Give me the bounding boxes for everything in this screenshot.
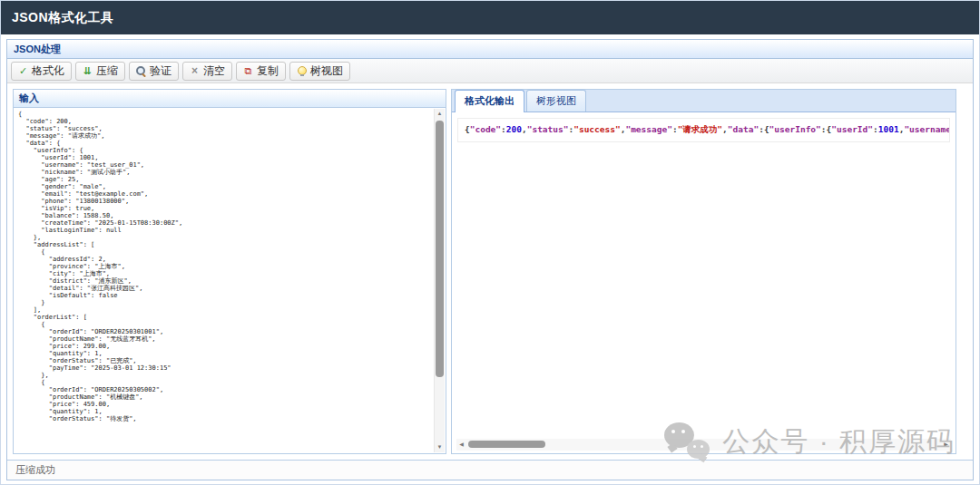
- treeview-button[interactable]: 树视图: [289, 62, 350, 81]
- input-panel-title: 输入: [19, 92, 39, 105]
- tab-tree-view[interactable]: 树形视图: [526, 90, 586, 112]
- json-processor-panel: JSON处理 ✓ 格式化 ⇊ 压缩 验证 × 清空 ⧉ 复制: [6, 39, 974, 480]
- processor-panel-header: JSON处理: [7, 40, 973, 59]
- output-horizontal-scrollbar[interactable]: ◀ ▶: [456, 439, 951, 451]
- magnifier-icon: [136, 66, 146, 76]
- format-button[interactable]: ✓ 格式化: [11, 62, 72, 81]
- output-panel-body: {"code":200,"status":"success","message"…: [452, 112, 956, 453]
- validate-button[interactable]: 验证: [129, 62, 179, 81]
- copy-button-label: 复制: [257, 63, 279, 79]
- scroll-right-icon[interactable]: ▶: [941, 439, 951, 451]
- input-vertical-scrollbar[interactable]: ▲ ▼: [434, 109, 445, 452]
- scroll-up-icon[interactable]: ▲: [435, 109, 445, 119]
- tab-formatted-output[interactable]: 格式化输出: [455, 90, 524, 112]
- input-panel-body: ▲ ▼: [14, 108, 446, 453]
- copy-button[interactable]: ⧉ 复制: [236, 62, 286, 81]
- compress-icon: ⇊: [83, 66, 93, 76]
- app-title: JSON格式化工具: [12, 10, 114, 26]
- page: JSON格式化工具 JSON处理 ✓ 格式化 ⇊ 压缩 验证 × 清空: [0, 0, 980, 485]
- formatted-output-content: {"code":200,"status":"success","message"…: [457, 118, 950, 142]
- content-area: 输入 ▲ ▼ 格式化输出 树形视图 {"code":200,": [7, 83, 973, 460]
- toolbar: ✓ 格式化 ⇊ 压缩 验证 × 清空 ⧉ 复制 树视图: [7, 59, 973, 83]
- format-button-label: 格式化: [32, 63, 64, 79]
- validate-button-label: 验证: [150, 63, 172, 79]
- app-header: JSON格式化工具: [1, 1, 979, 34]
- input-panel: 输入 ▲ ▼: [13, 89, 446, 454]
- horizontal-scroll-thumb[interactable]: [468, 441, 545, 448]
- processor-panel-title: JSON处理: [14, 43, 61, 56]
- output-tab-bar: 格式化输出 树形视图: [452, 90, 956, 112]
- status-bar: 压缩成功: [7, 460, 973, 480]
- json-input[interactable]: [14, 108, 446, 453]
- status-text: 压缩成功: [15, 463, 55, 477]
- treeview-button-label: 树视图: [310, 63, 343, 79]
- clear-button-label: 清空: [203, 63, 225, 79]
- scroll-left-icon[interactable]: ◀: [456, 439, 466, 451]
- x-icon: ×: [190, 66, 200, 76]
- clear-button[interactable]: × 清空: [182, 62, 232, 81]
- output-panel: 格式化输出 树形视图 {"code":200,"status":"success…: [451, 89, 956, 454]
- compress-button-label: 压缩: [96, 63, 118, 79]
- scroll-down-icon[interactable]: ▼: [435, 442, 445, 452]
- bulb-icon: [297, 66, 307, 76]
- compress-button[interactable]: ⇊ 压缩: [75, 62, 125, 81]
- paste-icon: ⧉: [243, 66, 253, 76]
- input-panel-header: 输入: [14, 90, 446, 108]
- vertical-scroll-thumb[interactable]: [436, 121, 444, 377]
- check-icon: ✓: [18, 66, 28, 76]
